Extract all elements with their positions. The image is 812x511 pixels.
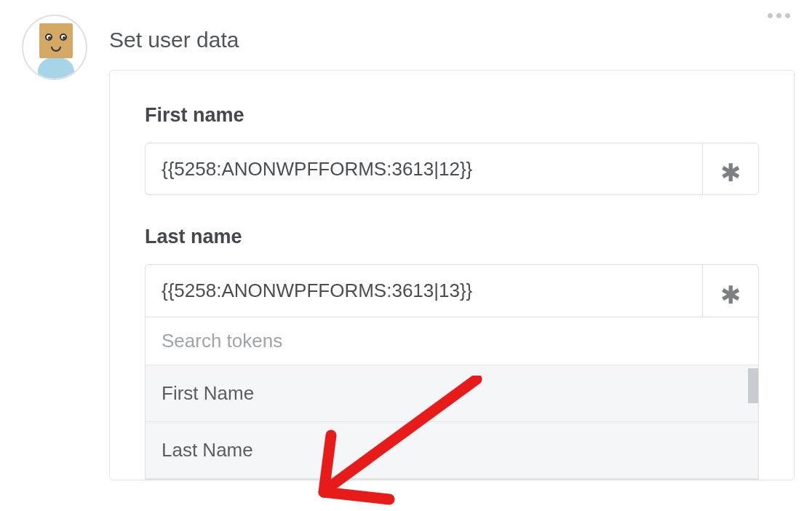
last-name-token-button[interactable]: ✱ [702,264,759,317]
first-name-input[interactable]: {{5258:ANONWPFFORMS:3613|12}} [145,143,702,195]
dropdown-scrollbar[interactable] [748,365,758,479]
first-name-token-button[interactable]: ✱ [702,143,759,195]
page-title: Set user data [109,28,812,52]
token-search-input[interactable] [162,330,742,352]
token-option-last-name[interactable]: Last Name [146,422,758,479]
settings-card: First name {{5258:ANONWPFFORMS:3613|12}}… [109,70,795,480]
avatar [22,15,87,80]
token-search-box[interactable] [146,317,758,365]
asterisk-icon: ✱ [720,283,741,308]
asterisk-icon: ✱ [720,161,741,186]
more-options-button[interactable] [768,13,790,18]
token-dropdown: First Name Last Name [145,317,759,480]
svg-line-2 [324,492,389,499]
token-option-first-name[interactable]: First Name [146,365,758,422]
first-name-label: First name [145,104,759,127]
last-name-label: Last name [145,226,759,248]
last-name-input[interactable]: {{5258:ANONWPFFORMS:3613|13}} [145,264,702,317]
